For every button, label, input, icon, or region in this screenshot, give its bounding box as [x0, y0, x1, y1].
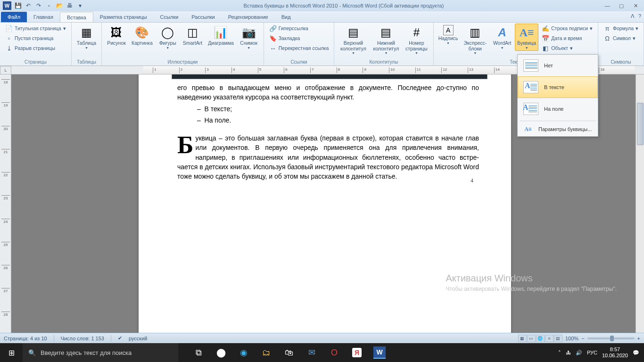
hyperlink-button[interactable]: 🔗Гиперссылка — [267, 24, 331, 33]
clipart-button[interactable]: 🎨Картинка — [129, 24, 155, 48]
tb-opera[interactable]: O — [323, 343, 345, 362]
dropcap-in-text[interactable]: A В тексте — [518, 76, 598, 98]
dropcap-in-margin[interactable]: A На поле — [518, 98, 598, 120]
screenshot-button[interactable]: 📷Снимок▼ — [237, 24, 261, 51]
file-tab[interactable]: Файл — [1, 12, 27, 22]
wordart-button[interactable]: AWordArt▼ — [490, 24, 514, 51]
sigline-button[interactable]: ✍Строка подписи ▾ — [539, 24, 595, 33]
tb-yandex[interactable]: Я — [352, 348, 362, 357]
status-words[interactable]: Число слов: 1 153 — [61, 336, 104, 341]
page[interactable]: Создание буквицы в Ворде Буквица может б… — [139, 74, 511, 339]
dropcap-in-margin-icon: A — [523, 103, 538, 115]
qat-customize[interactable]: ▾ — [76, 2, 84, 9]
title-page-button[interactable]: 📄Титульная страница ▾ — [3, 24, 68, 33]
tray-lang[interactable]: РУС — [587, 350, 597, 355]
group-headerfooter: ▤Верхний колонтитул▼ ▤Нижний колонтитул▼… — [334, 23, 433, 66]
zoom-in[interactable]: + — [637, 336, 640, 341]
taskview-icon[interactable]: ⧉ — [188, 343, 209, 362]
vertical-ruler[interactable]: 1819202122232425262728 — [0, 74, 11, 339]
dropcap-options[interactable]: A≡ Параметры буквицы... — [518, 122, 598, 136]
tray-clock[interactable]: 8:57 10.06.2020 — [602, 346, 628, 359]
tb-explorer[interactable]: 🗂 — [256, 343, 277, 362]
bullet2[interactable]: – На поле. — [177, 115, 479, 125]
view-web[interactable]: 🌐 — [536, 335, 545, 342]
tab-view[interactable]: Вид — [275, 12, 297, 22]
view-print-layout[interactable]: ▦ — [518, 335, 527, 342]
tab-mailings[interactable]: Рассылки — [185, 12, 221, 22]
status-spellcheck-icon[interactable]: ✔ — [118, 335, 122, 341]
datetime-icon: 📅 — [542, 34, 549, 42]
maximize-button[interactable]: ▢ — [615, 1, 628, 10]
close-button[interactable]: ✕ — [629, 1, 642, 10]
datetime-button[interactable]: 📅Дата и время — [539, 33, 595, 43]
tray-notifications-icon[interactable]: 💬 — [633, 350, 639, 356]
picture-icon: 🖼 — [109, 25, 124, 40]
view-fullscreen[interactable]: ▭ — [527, 335, 536, 342]
scroll-thumb[interactable] — [637, 103, 644, 145]
qat-new[interactable]: ▫ — [45, 2, 53, 9]
textbox-button[interactable]: AНадпись▼ — [437, 24, 460, 46]
qat-redo[interactable]: ↷ — [35, 2, 42, 9]
minimize-ribbon-button[interactable]: ᐱ — [631, 13, 635, 19]
tb-app1[interactable]: ⬤ — [210, 343, 232, 362]
tab-references[interactable]: Ссылки — [154, 12, 185, 22]
status-lang[interactable]: русский — [129, 336, 147, 341]
formula-button[interactable]: πФормула ▾ — [601, 24, 641, 33]
dropcap-letter[interactable]: Б — [177, 133, 195, 155]
dropcap-paragraph[interactable]: Буквица – это большая заглавная буква (п… — [177, 133, 479, 181]
qat-undo[interactable]: ↶ — [25, 2, 32, 9]
bookmark-button[interactable]: 🔖Закладка — [267, 33, 331, 43]
document-body[interactable]: его превью в выпадающем меню и отображен… — [177, 83, 479, 183]
bullet1[interactable]: – В тексте; — [177, 104, 479, 114]
para1[interactable]: его превью в выпадающем меню и отображен… — [177, 83, 479, 102]
tb-mail[interactable]: ✉ — [301, 343, 322, 362]
quickparts-button[interactable]: ▥Экспресс-блоки▼ — [461, 24, 490, 56]
object-icon: ◧ — [542, 44, 549, 52]
object-button[interactable]: ◧Объект ▾ — [539, 43, 595, 53]
shapes-icon: ◯ — [160, 25, 175, 40]
footer-button[interactable]: ▤Нижний колонтитул▼ — [371, 24, 402, 56]
dropcap-button[interactable]: A≡Буквица▼ — [515, 24, 538, 51]
table-button[interactable]: ▦Таблица▼ — [74, 24, 99, 51]
zoom-value[interactable]: 100% — [565, 336, 578, 341]
status-page[interactable]: Страница: 4 из 10 — [4, 336, 47, 341]
start-button[interactable]: ⊞ — [0, 343, 23, 362]
view-outline[interactable]: ≡ — [545, 335, 553, 342]
shapes-button[interactable]: ◯Фигуры▼ — [156, 24, 180, 51]
symbol-button[interactable]: ΩСимвол ▾ — [601, 33, 641, 43]
dropcap-icon: A≡ — [519, 25, 534, 40]
crossref-button[interactable]: ↔Перекрестная ссылка — [267, 43, 331, 53]
qat-print[interactable]: 🖶 — [66, 2, 74, 9]
ruler-corner[interactable]: L — [0, 66, 11, 74]
page-break-icon: ⤓ — [5, 44, 13, 52]
quickparts-icon: ▥ — [468, 25, 483, 40]
pagenum-button[interactable]: #Номер страницы▼ — [403, 24, 430, 56]
qat-open[interactable]: 📂 — [56, 2, 63, 9]
tab-page-layout[interactable]: Разметка страницы — [93, 12, 154, 22]
tb-store[interactable]: 🛍 — [278, 343, 300, 362]
dropcap-none[interactable]: Нет — [518, 55, 598, 76]
picture-button[interactable]: 🖼Рисунок — [105, 24, 128, 48]
tray-network-icon[interactable]: 🖧 — [566, 350, 571, 355]
windows-taskbar: ⊞ 🔍 Введите здесь текст для поиска ⧉ ⬤ ◉… — [0, 343, 644, 362]
tray-volume-icon[interactable]: 🔊 — [576, 350, 582, 356]
tb-edge[interactable]: ◉ — [233, 343, 255, 362]
tb-word[interactable]: W — [373, 346, 386, 359]
page-break-button[interactable]: ⤓Разрыв страницы — [3, 43, 68, 53]
minimize-button[interactable]: — — [601, 1, 614, 10]
header-button[interactable]: ▤Верхний колонтитул▼ — [337, 24, 369, 56]
blank-page-button[interactable]: ▫Пустая страница — [3, 33, 68, 43]
view-draft[interactable]: ▤ — [554, 335, 562, 342]
tab-insert[interactable]: Вставка — [60, 12, 93, 22]
chart-button[interactable]: 📊Диаграмма — [206, 24, 236, 48]
help-button[interactable]: ? — [638, 13, 641, 19]
tray-chevron-icon[interactable]: ˄ — [558, 350, 561, 356]
smartart-button[interactable]: ◫SmartArt — [181, 24, 205, 48]
tab-review[interactable]: Рецензирование — [222, 12, 275, 22]
qat-save[interactable]: 💾 — [14, 2, 22, 9]
zoom-out[interactable]: − — [581, 336, 584, 341]
zoom-slider[interactable] — [587, 337, 635, 339]
vertical-scrollbar[interactable] — [636, 74, 644, 339]
tab-home[interactable]: Главная — [27, 12, 60, 22]
taskbar-search[interactable]: 🔍 Введите здесь текст для поиска — [23, 343, 178, 362]
